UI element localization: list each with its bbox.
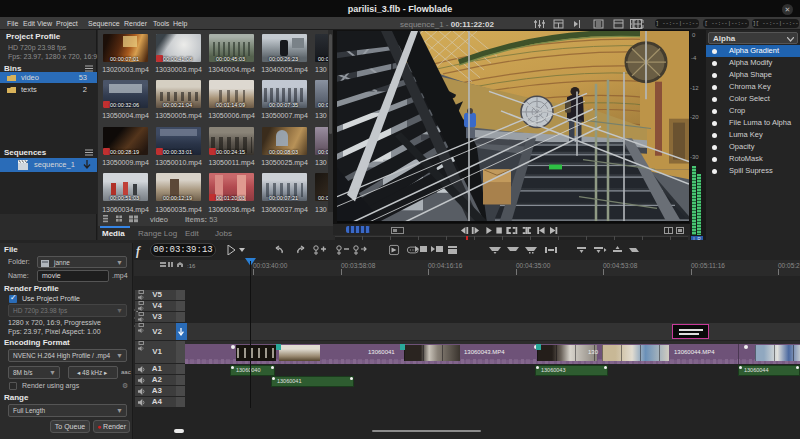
svg-text::16: :16 <box>187 263 196 269</box>
